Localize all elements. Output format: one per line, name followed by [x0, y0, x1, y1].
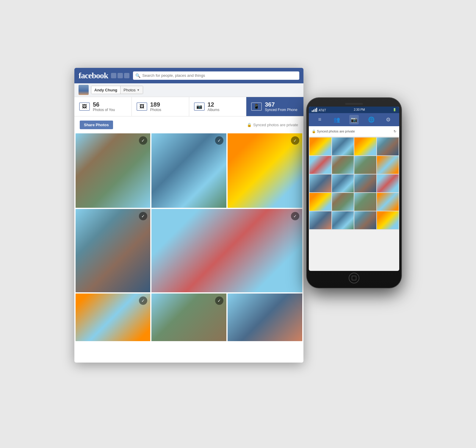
photo-image-2 [151, 133, 226, 208]
phone-screen: AT&T 2:30 PM 🔋 ≡ 👥 📷 🌐 ⚙ 🔒 [309, 107, 399, 271]
phone-photo-18[interactable] [332, 211, 354, 229]
stat-info-photos-of-you: 56 Photos of You [93, 101, 115, 112]
select-badge-3[interactable]: ✓ [291, 136, 299, 145]
phone-photo-15[interactable] [354, 193, 376, 211]
phone-photo-8[interactable] [377, 156, 399, 174]
phone-home-button[interactable] [349, 273, 359, 283]
stats-bar: 🖼 56 Photos of You 🖼 189 Photos 📷 [74, 97, 303, 116]
phone-time: 2:30 PM [354, 108, 365, 111]
photo-cell-2[interactable]: ✓ [151, 133, 226, 208]
phone-status-bar: AT&T 2:30 PM 🔋 [309, 107, 399, 113]
phone-photo-17[interactable] [309, 211, 331, 229]
phone-photo-img-12 [377, 174, 399, 192]
photo-cell-5[interactable]: ✓ [151, 209, 302, 292]
phone-photo-4[interactable] [377, 138, 399, 155]
phone-lock-icon: 🔒 [312, 129, 316, 133]
photo-cell-8[interactable] [228, 294, 302, 341]
phone-photo-10[interactable] [332, 174, 354, 192]
phone-photo-img-19 [354, 211, 376, 229]
photo-cell-4[interactable]: ✓ [76, 209, 150, 292]
phone-photo-16[interactable] [377, 193, 399, 211]
phone-synced-bar: 🔒 Synced photos are private ↻ [309, 126, 399, 137]
phone-photo-img-1 [309, 138, 331, 155]
facebook-wordmark: facebook [79, 71, 108, 80]
select-badge-7[interactable]: ✓ [215, 296, 223, 305]
phone-photo-12[interactable] [377, 174, 399, 192]
albums-count: 12 [208, 101, 220, 108]
signal-bar-2 [313, 110, 314, 112]
photo-image-5 [151, 209, 302, 292]
phone-photo-19[interactable] [354, 211, 376, 229]
albums-label: Albums [208, 108, 220, 112]
select-badge-4[interactable]: ✓ [139, 212, 147, 220]
profile-name-pill[interactable]: Andy Chung Photos ▼ [91, 86, 143, 94]
search-bar[interactable]: 🔍 [133, 71, 299, 80]
phone-refresh-icon[interactable]: ↻ [394, 129, 396, 133]
carrier-label: AT&T [319, 109, 326, 112]
synced-icon: 📱 [251, 102, 262, 111]
phone-photo-3[interactable] [354, 138, 376, 155]
synced-label: Synced From Phone [265, 108, 297, 112]
phone-photo-img-16 [377, 193, 399, 211]
phone-nav-camera[interactable]: 📷 [349, 115, 359, 124]
phone-photo-6[interactable] [332, 156, 354, 174]
phone-photo-7[interactable] [354, 156, 376, 174]
avatar-image [79, 85, 89, 95]
phone-photo-img-8 [377, 156, 399, 174]
stat-tab-synced[interactable]: 📱 367 Synced From Phone [246, 97, 303, 116]
share-photos-button[interactable]: Share Photos [80, 121, 113, 129]
select-badge-1[interactable]: ✓ [139, 136, 147, 145]
photo-cell-3[interactable]: ✓ [228, 133, 302, 208]
phone-photo-img-4 [377, 138, 399, 155]
search-input[interactable] [142, 73, 297, 78]
phone-photo-9[interactable] [309, 174, 331, 192]
select-badge-2[interactable]: ✓ [215, 136, 223, 145]
photo-cell-7[interactable]: ✓ [151, 294, 226, 341]
select-badge-6[interactable]: ✓ [139, 296, 147, 305]
photo-cell-6[interactable]: ✓ [76, 294, 150, 341]
nav-icon-2[interactable] [118, 73, 123, 78]
photo-image-3 [228, 133, 302, 208]
phone-photo-5[interactable] [309, 156, 331, 174]
stat-tab-photos[interactable]: 🖼 189 Photos [132, 97, 189, 116]
photo-grid: ✓ ✓ ✓ ✓ ✓ ✓ [74, 133, 303, 342]
photo-icon-2: 🖼 [140, 104, 144, 109]
phone-photo-img-17 [309, 211, 331, 229]
stat-tab-photos-of-you[interactable]: 🖼 56 Photos of You [74, 97, 132, 116]
photos-count: 189 [150, 101, 161, 108]
photo-image-8 [228, 294, 302, 341]
nav-icon-1[interactable] [111, 73, 116, 78]
phone-photo-img-3 [354, 138, 376, 155]
signal-bar-1 [312, 110, 313, 112]
photo-cell-1[interactable]: ✓ [76, 133, 150, 208]
phone-photo-1[interactable] [309, 138, 331, 155]
phone-photo-13[interactable] [309, 193, 331, 211]
phone-nav-globe[interactable]: 🌐 [367, 115, 376, 124]
phone-nav-menu[interactable]: ≡ [315, 115, 325, 124]
phone-photo-11[interactable] [354, 174, 376, 192]
phone-fb-navbar[interactable]: ≡ 👥 📷 🌐 ⚙ [309, 113, 399, 126]
select-badge-5[interactable]: ✓ [291, 212, 299, 220]
phone-photo-img-14 [332, 193, 354, 211]
facebook-logo: facebook [79, 71, 129, 80]
phone-photo-14[interactable] [332, 193, 354, 211]
signal-bar-3 [315, 109, 316, 112]
phone-synced-label: Synced photos are private [317, 129, 355, 133]
phone-photo-img-20 [377, 211, 399, 229]
profile-section[interactable]: Photos ▼ [120, 86, 143, 94]
phone-nav-settings[interactable]: ⚙ [383, 115, 393, 124]
signal-bar-4 [316, 108, 317, 112]
phone-photo-20[interactable] [377, 211, 399, 229]
stat-tab-albums[interactable]: 📷 12 Albums [189, 97, 247, 116]
albums-icon: 📷 [194, 102, 205, 111]
phone-photo-2[interactable] [332, 138, 354, 155]
phone-photo-grid [309, 137, 399, 230]
phone-synced-text: 🔒 Synced photos are private [312, 129, 355, 133]
nav-icon-3[interactable] [124, 73, 129, 78]
facebook-navbar: facebook 🔍 [74, 68, 303, 83]
phone-nav-friends[interactable]: 👥 [332, 115, 342, 124]
home-button-inner [352, 276, 356, 280]
photos-of-you-icon: 🖼 [79, 102, 90, 111]
synced-count: 367 [265, 101, 297, 108]
phone-photo-img-11 [354, 174, 376, 192]
